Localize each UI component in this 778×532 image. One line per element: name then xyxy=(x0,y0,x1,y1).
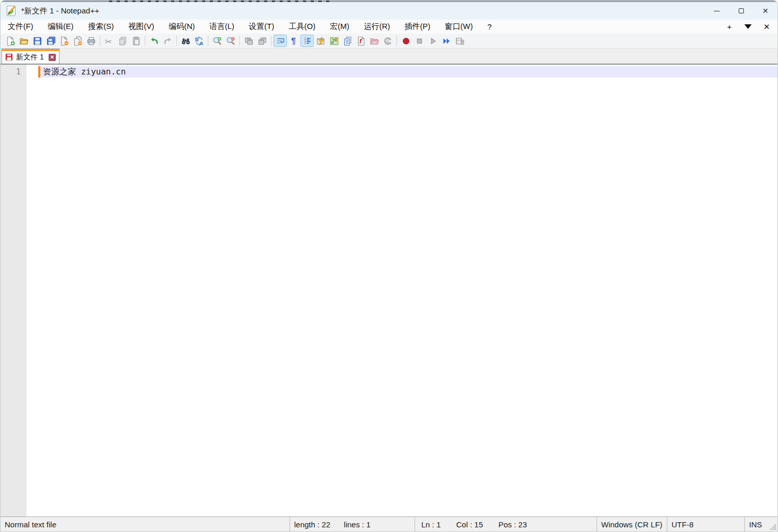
paste-icon xyxy=(131,36,141,46)
close-button[interactable]: ✕ xyxy=(753,2,777,20)
zoom-out-button[interactable] xyxy=(224,35,237,47)
close-icon: ✕ xyxy=(762,7,769,14)
menu-settings[interactable]: 设置(T) xyxy=(243,20,279,33)
menu-file[interactable]: 文件(F) xyxy=(3,20,38,33)
bookmark-margin[interactable] xyxy=(26,65,38,516)
menu-language[interactable]: 语言(L) xyxy=(204,20,239,33)
show-all-characters-button[interactable]: ¶ xyxy=(287,35,300,47)
text-content-area[interactable]: 资源之家 ziyuan.cn xyxy=(38,65,777,516)
tab-list-dropdown-button[interactable] xyxy=(742,22,754,32)
save-macro-icon xyxy=(455,36,465,46)
redo-icon xyxy=(163,36,173,46)
new-tab-button[interactable]: + xyxy=(724,22,735,32)
close-file-button[interactable] xyxy=(57,35,71,47)
copy-icon xyxy=(118,36,128,46)
toolbar-separator xyxy=(100,36,100,46)
monitoring-button[interactable] xyxy=(381,35,394,47)
tab-close-button[interactable]: ✕ xyxy=(49,54,56,61)
undo-icon xyxy=(149,36,159,46)
toolbar-separator xyxy=(239,36,240,46)
maximize-button[interactable] xyxy=(729,2,753,20)
redo-button[interactable] xyxy=(161,35,174,47)
menu-search[interactable]: 搜索(S) xyxy=(83,20,119,33)
show-indent-guide-button[interactable] xyxy=(300,35,314,47)
sync-horizontal-scroll-button[interactable] xyxy=(255,35,269,47)
pilcrow-icon: ¶ xyxy=(289,36,299,46)
new-file-button[interactable] xyxy=(4,35,17,47)
find-button[interactable] xyxy=(179,35,192,47)
save-button[interactable] xyxy=(30,35,44,47)
folder-as-workspace-button[interactable] xyxy=(368,35,381,47)
tab-overflow-controls: + ✕ xyxy=(724,20,774,34)
close-tab-button[interactable]: ✕ xyxy=(761,22,772,32)
copy-button[interactable] xyxy=(116,35,129,47)
status-bar: Normal text file length : 22 lines : 1 L… xyxy=(1,516,777,531)
indent-guide-icon xyxy=(302,36,312,46)
zoom-in-icon xyxy=(212,36,222,46)
svg-text:✂: ✂ xyxy=(105,37,112,45)
minimize-button[interactable] xyxy=(705,2,729,20)
function-list-icon: f xyxy=(356,36,366,46)
line-position-label: Ln : 1 xyxy=(421,520,441,529)
menu-edit[interactable]: 编辑(E) xyxy=(42,20,79,33)
sync-vertical-scroll-button[interactable] xyxy=(242,35,255,47)
menu-run[interactable]: 运行(R) xyxy=(359,20,395,33)
zoom-out-icon xyxy=(226,36,236,46)
record-icon xyxy=(401,36,411,46)
toolbar-separator xyxy=(396,36,397,46)
print-icon xyxy=(86,36,96,46)
eol-format-status[interactable]: Windows (CR LF) xyxy=(597,517,667,531)
document-map-icon xyxy=(329,36,339,46)
menu-view[interactable]: 视图(V) xyxy=(123,20,159,33)
toolbar: ✂ ba ¶ f xyxy=(1,34,777,49)
encoding-label: UTF-8 xyxy=(672,520,694,529)
length-label: length : 22 xyxy=(294,520,330,529)
paste-button[interactable] xyxy=(129,35,143,47)
zoom-in-button[interactable] xyxy=(210,35,224,47)
print-button[interactable] xyxy=(84,35,98,47)
undo-button[interactable] xyxy=(147,35,161,47)
current-line-highlight: 资源之家 ziyuan.cn xyxy=(38,66,777,78)
define-language-icon xyxy=(316,36,326,46)
tab-new-file-1[interactable]: 新文件 1 ✕ xyxy=(2,49,59,64)
document-list-icon xyxy=(343,36,353,46)
open-file-button[interactable] xyxy=(17,35,30,47)
notepad-plus-plus-window: *新文件 1 - Notepad++ ✕ 文件(F) 编辑(E) 搜索(S) 视… xyxy=(0,0,778,532)
toolbar-separator xyxy=(176,36,177,46)
menu-help[interactable]: ? xyxy=(482,21,497,33)
play-icon xyxy=(428,36,438,46)
tab-bar: 新文件 1 ✕ xyxy=(1,49,777,65)
define-language-button[interactable] xyxy=(314,35,327,47)
absolute-position-label: Pos : 23 xyxy=(498,520,527,529)
editor-area[interactable]: 1 资源之家 ziyuan.cn xyxy=(1,65,777,516)
macro-save-button[interactable] xyxy=(453,35,466,47)
macro-record-button[interactable] xyxy=(399,35,413,47)
encoding-status[interactable]: UTF-8 xyxy=(667,517,744,531)
minimize-icon xyxy=(714,11,720,11)
notepad-plus-plus-logo-icon xyxy=(6,5,17,17)
macro-play-button[interactable] xyxy=(426,35,439,47)
toolbar-separator xyxy=(208,36,208,46)
monitoring-icon xyxy=(383,36,393,46)
replace-button[interactable]: ba xyxy=(192,35,206,47)
menu-plugins[interactable]: 插件(P) xyxy=(399,20,435,33)
menu-encoding[interactable]: 编码(N) xyxy=(163,20,200,33)
resize-grip[interactable] xyxy=(770,524,776,530)
function-list-button[interactable]: f xyxy=(354,35,368,47)
menu-window[interactable]: 窗口(W) xyxy=(439,20,478,33)
macro-run-multiple-button[interactable] xyxy=(439,35,453,47)
eol-format-label: Windows (CR LF) xyxy=(601,520,662,529)
save-all-button[interactable] xyxy=(44,35,57,47)
cut-button[interactable]: ✂ xyxy=(102,35,116,47)
open-folder-icon xyxy=(19,36,29,46)
menu-tools[interactable]: 工具(O) xyxy=(283,20,321,33)
chevron-down-icon xyxy=(744,24,752,29)
document-map-button[interactable] xyxy=(327,35,341,47)
lines-label: lines : 1 xyxy=(344,520,371,529)
word-wrap-button[interactable] xyxy=(273,35,287,47)
macro-stop-button[interactable] xyxy=(413,35,426,47)
toolbar-separator xyxy=(145,36,145,46)
close-all-button[interactable] xyxy=(71,35,84,47)
menu-macro[interactable]: 宏(M) xyxy=(325,20,355,33)
document-list-button[interactable] xyxy=(341,35,354,47)
